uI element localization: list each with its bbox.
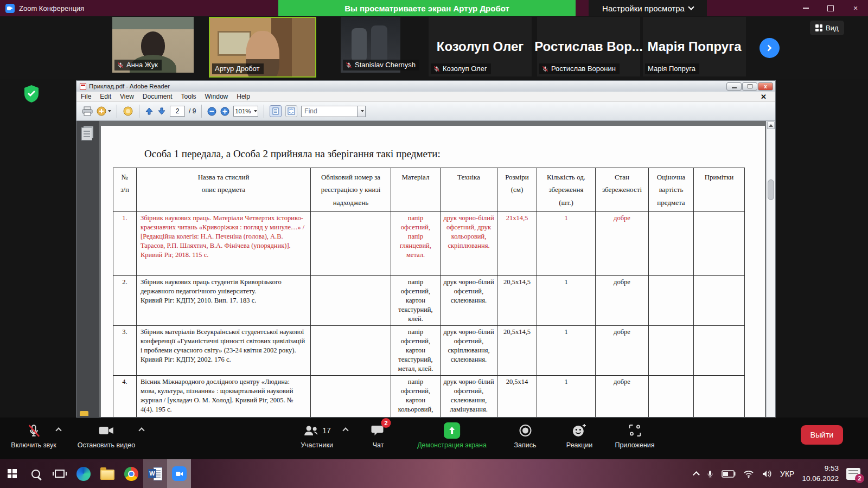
- pdf-table: № з/пНазва та стислий опис предметаОблік…: [113, 168, 745, 417]
- find-input[interactable]: [301, 106, 358, 117]
- reader-restore-button[interactable]: [742, 82, 757, 91]
- word-icon: W: [148, 467, 162, 481]
- chat-button[interactable]: 2 Чат: [371, 422, 386, 449]
- tray-date: 10.06.2022: [802, 474, 839, 483]
- stop-video-button[interactable]: Остановить видео: [78, 422, 136, 449]
- taskbar-zoom[interactable]: [167, 459, 191, 488]
- scrolling-mode-button[interactable]: [270, 105, 282, 117]
- header-account-number: Обліковий номер за реєстрацією у книзі н…: [311, 168, 391, 212]
- participant-name: Stanislav Chernysh: [355, 61, 416, 69]
- menu-edit[interactable]: Edit: [95, 93, 116, 100]
- volume-icon[interactable]: [762, 470, 773, 478]
- scroll-up-button[interactable]: [767, 121, 775, 129]
- participant-tile-rostyslav[interactable]: Ростислав Вор... Ростислав Воронин: [537, 17, 640, 76]
- task-view-icon: [55, 470, 65, 478]
- zoom-app-taskbar-icon: [172, 466, 187, 481]
- vertical-scrollbar[interactable]: [766, 121, 775, 417]
- cell-condition: добре: [596, 276, 649, 326]
- task-view-button[interactable]: [48, 459, 72, 488]
- cell-material: папір офсетний, картон текстурний, метал…: [391, 326, 441, 376]
- video-options-chevron[interactable]: [138, 427, 144, 433]
- menu-view[interactable]: View: [116, 93, 138, 100]
- grid-icon: [815, 24, 822, 31]
- participant-tile-kozolup[interactable]: Козолуп Олег Козолуп Олег: [429, 17, 532, 76]
- menu-window[interactable]: Window: [201, 93, 233, 100]
- tray-mic-icon[interactable]: [706, 468, 714, 479]
- cell-item-description: Збірник матеріалів Всеукраїнської студен…: [137, 326, 311, 376]
- clock[interactable]: 9:53 10.06.2022: [802, 464, 839, 483]
- cell-dimensions: 20,5х14,5: [497, 326, 537, 376]
- next-participants-button[interactable]: [760, 38, 780, 58]
- mute-options-chevron[interactable]: [55, 427, 61, 433]
- chevron-right-icon: [765, 44, 772, 52]
- pages-panel-icon[interactable]: [81, 127, 92, 140]
- participants-icon: [303, 424, 319, 437]
- header-condition: Стан збереженості: [596, 168, 649, 212]
- find-dropdown-button[interactable]: [358, 106, 366, 117]
- battery-icon[interactable]: [722, 470, 736, 478]
- zoom-out-button[interactable]: [207, 107, 216, 116]
- cell-item-description: Збірник наукових праць. Матеріали Четвер…: [137, 212, 311, 276]
- chevron-down-icon: [688, 4, 694, 10]
- view-settings-button[interactable]: Настройки просмотра: [589, 0, 707, 16]
- menu-document[interactable]: Document: [138, 93, 177, 100]
- reader-close-button[interactable]: x: [758, 82, 773, 91]
- participant-tile-anna[interactable]: Анна Жук: [112, 17, 194, 73]
- participant-tile-stanislav[interactable]: Stanislav Chernysh: [341, 17, 400, 73]
- participant-name: Козолуп Олег: [443, 65, 487, 73]
- taskbar-chrome[interactable]: [119, 459, 143, 488]
- collaborate-button[interactable]: [123, 106, 133, 116]
- print-button[interactable]: [82, 106, 93, 116]
- zoom-titlebar: Zoom Конференция Вы просматриваете экран…: [0, 0, 868, 16]
- minimize-button[interactable]: [793, 0, 818, 16]
- record-button[interactable]: Запись: [514, 422, 536, 449]
- chrome-icon: [124, 467, 138, 481]
- start-button[interactable]: [0, 459, 24, 488]
- zoom-level-select[interactable]: 101%: [233, 106, 258, 117]
- save-button[interactable]: [97, 106, 111, 116]
- comments-panel-icon[interactable]: [80, 411, 88, 416]
- shared-screen-area: Приклад.pdf - Adobe Reader x File Edit V…: [0, 79, 868, 418]
- share-screen-button[interactable]: Демонстрация экрана: [417, 422, 487, 449]
- taskbar-search-button[interactable]: [24, 459, 48, 488]
- participants-button[interactable]: 17 Участники: [301, 422, 333, 449]
- search-icon: [31, 470, 40, 478]
- fit-page-button[interactable]: [285, 105, 297, 117]
- participants-options-chevron[interactable]: [342, 427, 348, 433]
- language-indicator[interactable]: УКР: [780, 470, 794, 478]
- participant-name: Ростислав Воронин: [551, 65, 616, 73]
- maximize-button[interactable]: [818, 0, 843, 16]
- cell-estimated-value: [649, 326, 694, 376]
- menu-tools[interactable]: Tools: [177, 93, 201, 100]
- menu-help[interactable]: Help: [232, 93, 254, 100]
- zoom-level-value: 101%: [235, 108, 251, 114]
- leave-meeting-button[interactable]: Выйти: [801, 425, 843, 445]
- taskbar-edge[interactable]: [72, 459, 95, 488]
- tray-chevron-icon[interactable]: [693, 471, 700, 478]
- mute-button[interactable]: Включить звук: [11, 422, 56, 449]
- reader-minimize-button[interactable]: [726, 82, 742, 91]
- cell-material: папір офсетний, картон кольоровий, пласт…: [391, 376, 441, 417]
- participant-tile-artur[interactable]: Артур Дробот: [209, 17, 316, 78]
- reader-titlebar[interactable]: Приклад.pdf - Adobe Reader x: [76, 81, 775, 92]
- zoom-in-button[interactable]: [220, 107, 229, 116]
- view-layout-button[interactable]: Вид: [810, 21, 844, 35]
- scrollbar-thumb[interactable]: [768, 179, 774, 200]
- menubar-close-icon[interactable]: ✕: [756, 93, 771, 101]
- previous-page-button[interactable]: [145, 107, 154, 115]
- participant-name-label: Stanislav Chernysh: [343, 60, 419, 70]
- close-button[interactable]: ×: [843, 0, 868, 16]
- next-page-button[interactable]: [157, 107, 166, 115]
- stop-video-label: Остановить видео: [78, 441, 136, 449]
- wifi-icon[interactable]: [743, 470, 754, 478]
- participant-tile-maria[interactable]: Марія Попруга Марія Попруга: [643, 17, 746, 76]
- reactions-button[interactable]: Реакции: [566, 422, 592, 449]
- screen: Zoom Конференция Вы просматриваете экран…: [0, 0, 868, 488]
- menu-file[interactable]: File: [76, 93, 95, 100]
- page-number-input[interactable]: [170, 106, 185, 117]
- taskbar-word[interactable]: W: [143, 459, 167, 488]
- notification-center-icon[interactable]: 2: [846, 468, 860, 480]
- participant-name-label: Марія Попруга: [645, 63, 699, 74]
- taskbar-explorer[interactable]: [95, 459, 119, 488]
- apps-button[interactable]: Приложения: [615, 422, 654, 449]
